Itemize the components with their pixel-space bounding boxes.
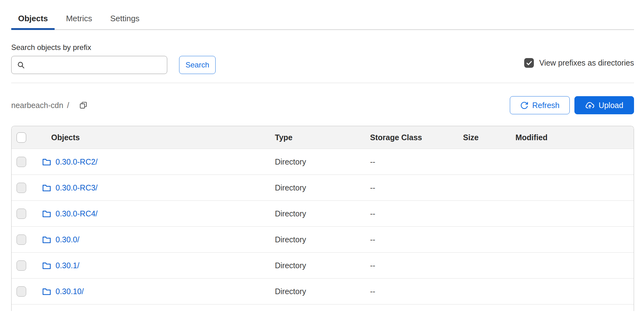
search-label: Search objects by prefix bbox=[11, 43, 216, 52]
object-storage-class: -- bbox=[370, 157, 463, 166]
bucket-name[interactable]: nearbeach-cdn bbox=[11, 101, 63, 110]
search-button[interactable]: Search bbox=[179, 56, 216, 74]
row-checkbox[interactable] bbox=[17, 235, 26, 245]
tab-metrics[interactable]: Metrics bbox=[59, 7, 99, 29]
view-prefixes-toggle[interactable]: View prefixes as directories bbox=[524, 58, 634, 68]
search-group: Search objects by prefix Search bbox=[11, 43, 216, 74]
search-input-wrap bbox=[11, 56, 167, 74]
upload-label: Upload bbox=[598, 101, 623, 110]
object-type: Directory bbox=[275, 183, 370, 192]
table-header-row: Objects Type Storage Class Size Modified bbox=[12, 126, 634, 149]
breadcrumb: nearbeach-cdn / bbox=[11, 101, 88, 110]
objects-table: Objects Type Storage Class Size Modified… bbox=[11, 126, 634, 311]
refresh-label: Refresh bbox=[532, 101, 560, 110]
object-storage-class: -- bbox=[370, 261, 463, 270]
column-header-type: Type bbox=[275, 133, 370, 142]
column-header-size: Size bbox=[463, 133, 515, 142]
object-link[interactable]: 0.30.0-RC3/ bbox=[56, 183, 98, 192]
row-checkbox[interactable] bbox=[17, 209, 26, 219]
object-storage-class: -- bbox=[370, 235, 463, 244]
object-link[interactable]: 0.30.0/ bbox=[56, 235, 79, 244]
breadcrumb-separator: / bbox=[67, 101, 69, 110]
column-header-modified: Modified bbox=[515, 133, 634, 142]
table-actions: Refresh Upload bbox=[510, 96, 634, 114]
column-header-objects: Objects bbox=[40, 133, 275, 142]
table-row: 0.30.1/ Directory -- bbox=[12, 252, 634, 278]
checkmark-icon bbox=[526, 60, 533, 67]
folder-icon bbox=[42, 183, 51, 193]
search-section: Search objects by prefix Search View pre… bbox=[11, 43, 634, 74]
object-link[interactable]: 0.30.0-RC2/ bbox=[56, 157, 98, 166]
table-row: 0.30.0-RC3/ Directory -- bbox=[12, 175, 634, 200]
bucket-objects-page: Objects Metrics Settings Search objects … bbox=[0, 8, 644, 311]
tab-bar: Objects Metrics Settings bbox=[11, 8, 634, 30]
object-type: Directory bbox=[275, 157, 370, 166]
object-link[interactable]: 0.30.10/ bbox=[56, 287, 84, 296]
section-divider bbox=[11, 83, 634, 83]
refresh-button[interactable]: Refresh bbox=[510, 96, 570, 114]
object-link[interactable]: 0.30.0-RC4/ bbox=[56, 209, 98, 218]
folder-icon bbox=[42, 157, 51, 167]
table-row: 0.30.0-RC4/ Directory -- bbox=[12, 200, 634, 226]
copy-path-button[interactable] bbox=[79, 101, 88, 110]
table-row: 0.30.0-RC2/ Directory -- bbox=[12, 149, 634, 175]
upload-icon bbox=[585, 101, 595, 110]
folder-icon bbox=[42, 235, 51, 244]
object-type: Directory bbox=[275, 261, 370, 270]
object-type: Directory bbox=[275, 287, 370, 296]
tab-settings[interactable]: Settings bbox=[103, 7, 146, 29]
object-type: Directory bbox=[275, 235, 370, 244]
copy-icon bbox=[79, 101, 88, 110]
row-checkbox[interactable] bbox=[17, 286, 26, 297]
row-checkbox[interactable] bbox=[17, 260, 26, 271]
column-header-storage-class: Storage Class bbox=[370, 133, 463, 142]
folder-icon bbox=[42, 287, 51, 296]
row-checkbox[interactable] bbox=[17, 157, 26, 167]
bucket-row: nearbeach-cdn / Refresh bbox=[11, 96, 634, 114]
table-row: 0.30.10/ Directory -- bbox=[12, 278, 634, 304]
object-link[interactable]: 0.30.1/ bbox=[56, 261, 79, 270]
view-prefixes-checkbox[interactable] bbox=[524, 58, 534, 68]
upload-button[interactable]: Upload bbox=[574, 96, 634, 114]
object-storage-class: -- bbox=[370, 209, 463, 218]
row-checkbox[interactable] bbox=[17, 183, 26, 193]
folder-icon bbox=[42, 261, 51, 270]
view-prefixes-label: View prefixes as directories bbox=[539, 58, 634, 67]
table-body: 0.30.0-RC2/ Directory -- 0.30.0-RC3/ Dir… bbox=[12, 149, 634, 304]
search-input[interactable] bbox=[11, 56, 167, 74]
object-type: Directory bbox=[275, 209, 370, 218]
folder-icon bbox=[42, 209, 51, 219]
tab-objects[interactable]: Objects bbox=[11, 7, 55, 29]
table-row: 0.30.0/ Directory -- bbox=[12, 226, 634, 252]
table-row-partial bbox=[12, 304, 634, 311]
object-storage-class: -- bbox=[370, 183, 463, 192]
refresh-icon bbox=[520, 101, 529, 110]
object-storage-class: -- bbox=[370, 287, 463, 296]
select-all-checkbox[interactable] bbox=[17, 132, 26, 143]
